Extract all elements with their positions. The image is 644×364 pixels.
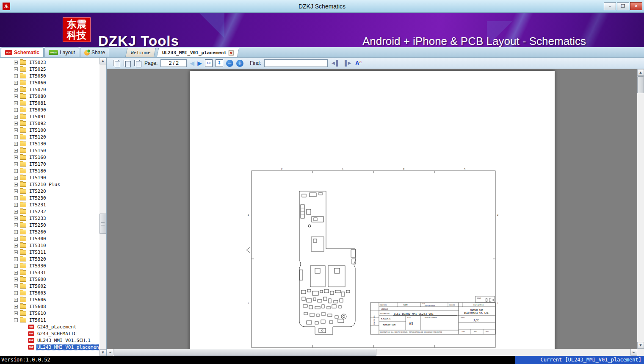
tree-item[interactable]: PDF G243_SCHEMATIC <box>0 330 99 337</box>
expand-icon[interactable]: + <box>14 94 18 98</box>
tree-item[interactable]: + PDF IT5250 <box>0 222 99 228</box>
fit-page-icon[interactable]: ↕ <box>216 59 223 67</box>
tab-share[interactable]: Share <box>80 47 109 57</box>
tree-item[interactable]: + PDF IT5331 <box>0 269 99 276</box>
tree-item[interactable]: + PDF IT5170 <box>0 161 99 167</box>
find-input[interactable] <box>264 59 328 67</box>
expand-icon[interactable]: + <box>14 108 18 112</box>
scroll-down-icon[interactable]: ▼ <box>100 349 106 356</box>
viewer-vertical-scrollbar[interactable]: ▲ ▼ <box>637 69 644 349</box>
tree-item[interactable]: + PDF IT5602 <box>0 283 99 289</box>
zoom-out-icon[interactable]: − <box>226 60 233 67</box>
tree-item[interactable]: + PDF IT5320 <box>0 256 99 262</box>
expand-icon[interactable]: + <box>14 203 18 207</box>
expand-icon[interactable]: + <box>14 217 18 220</box>
expand-icon[interactable]: + <box>14 311 18 315</box>
tree-item[interactable]: + PDF IT5311 <box>0 249 99 256</box>
previous-page-icon[interactable]: ◀ <box>190 59 194 67</box>
scroll-up-icon[interactable]: ▲ <box>100 58 106 64</box>
close-button[interactable]: ✕ <box>630 2 642 10</box>
tree-item[interactable]: PDF UL243_MMI_V01_placement <box>0 344 99 350</box>
expand-icon[interactable]: + <box>14 278 18 281</box>
expand-icon[interactable]: + <box>14 115 18 119</box>
tree-item[interactable]: + PDF IT5023 <box>0 59 99 66</box>
tree-item[interactable]: + PDF IT5080 <box>0 93 99 100</box>
pdf-viewer-canvas[interactable]: D C B A 2 1 2 1 <box>107 69 637 349</box>
expand-icon[interactable]: + <box>14 250 18 254</box>
find-next-icon[interactable]: ▐► <box>343 59 352 67</box>
expand-icon[interactable]: + <box>14 291 18 295</box>
tree-item[interactable]: + PDF IT5330 <box>0 262 99 269</box>
expand-icon[interactable]: + <box>14 183 18 186</box>
expand-icon[interactable]: + <box>14 210 18 214</box>
expand-icon[interactable]: + <box>14 142 18 146</box>
tree-item[interactable]: + PDF IT5180 <box>0 167 99 174</box>
scroll-left-icon[interactable]: ◄ <box>107 349 113 356</box>
minimize-button[interactable]: – <box>604 2 616 10</box>
expand-icon[interactable]: + <box>14 162 18 166</box>
doc-tab-welcome[interactable]: Welcome <box>125 48 156 57</box>
scroll-right-icon[interactable]: ► <box>630 349 637 356</box>
tab-layout[interactable]: PADS Layout <box>44 47 79 57</box>
expand-icon[interactable]: + <box>14 135 18 139</box>
tree-item[interactable]: + PDF IT5608 <box>0 303 99 310</box>
zoom-in-icon[interactable]: + <box>236 60 243 67</box>
expand-icon[interactable]: + <box>14 298 18 302</box>
scroll-up-icon[interactable]: ▲ <box>637 69 644 76</box>
expand-icon[interactable]: + <box>14 189 18 193</box>
expand-icon[interactable]: + <box>14 237 18 241</box>
multi-page-icon[interactable] <box>134 59 141 67</box>
tree-item[interactable]: + PDF IT5091 <box>0 113 99 120</box>
scroll-down-icon[interactable]: ▼ <box>637 342 644 349</box>
tree-item[interactable]: + PDF IT5081 <box>0 100 99 106</box>
tree-item[interactable]: + PDF IT5220 <box>0 188 99 195</box>
tree-item[interactable]: PDF G243_pLacement <box>0 323 99 330</box>
expand-icon[interactable]: + <box>14 67 18 71</box>
doc-tab-placement[interactable]: UL243_MMI_V01_placement x <box>157 48 240 57</box>
viewer-hscroll-thumb[interactable] <box>114 349 376 356</box>
tree-item[interactable]: + PDF IT5231 <box>0 201 99 208</box>
expand-icon[interactable]: + <box>14 128 18 132</box>
tree-item[interactable]: + PDF IT5150 <box>0 147 99 154</box>
expand-icon[interactable]: + <box>14 169 18 173</box>
expand-icon[interactable]: + <box>14 244 18 247</box>
viewer-vscroll-thumb[interactable] <box>637 76 644 93</box>
expand-icon[interactable]: + <box>14 149 18 153</box>
font-size-icon[interactable]: Aa <box>355 60 362 67</box>
tree-item[interactable]: + PDF IT5050 <box>0 72 99 79</box>
maximize-button[interactable]: ❐ <box>617 2 629 10</box>
tree-item[interactable]: + PDF IT5090 <box>0 106 99 113</box>
tree-item[interactable]: + PDF IT5092 <box>0 120 99 127</box>
tree-item[interactable]: + PDF IT5130 <box>0 140 99 147</box>
tree-item[interactable]: + PDF IT5100 <box>0 127 99 133</box>
next-page-icon[interactable]: ▶ <box>197 59 202 67</box>
fit-width-icon[interactable]: ↔ <box>205 59 213 67</box>
tree-item[interactable]: + PDF IT5060 <box>0 79 99 86</box>
expand-icon[interactable]: + <box>14 257 18 261</box>
tree-item[interactable]: + PDF IT5300 <box>0 235 99 242</box>
expand-icon[interactable]: + <box>14 196 18 200</box>
tree-item[interactable]: PDF UL243_MMI_V01.SCH.1 <box>0 337 99 344</box>
expand-icon[interactable]: + <box>14 88 18 92</box>
copy-page-icon[interactable] <box>113 59 120 67</box>
expand-icon[interactable]: + <box>14 74 18 78</box>
tree-item[interactable]: + PDF IT5260 <box>0 228 99 235</box>
tree-scrollbar-thumb[interactable] <box>100 214 106 234</box>
expand-icon[interactable]: + <box>14 305 18 308</box>
tree-item[interactable]: + PDF IT5610 <box>0 310 99 317</box>
expand-icon[interactable]: + <box>14 156 18 159</box>
tree-item[interactable]: + PDF IT5233 <box>0 215 99 222</box>
expand-icon[interactable]: + <box>14 101 18 105</box>
expand-icon[interactable]: + <box>14 122 18 125</box>
expand-icon[interactable]: + <box>14 223 18 227</box>
expand-icon[interactable]: + <box>14 271 18 275</box>
find-previous-icon[interactable]: ◄▌ <box>331 59 340 67</box>
page-number-input[interactable] <box>160 59 187 67</box>
expand-icon[interactable]: + <box>14 61 18 64</box>
expand-icon[interactable]: + <box>14 284 18 288</box>
tree-item[interactable]: + PDF IT5190 <box>0 174 99 181</box>
tree-item[interactable]: + PDF IT5600 <box>0 276 99 283</box>
tree-item[interactable]: + PDF IT5230 <box>0 195 99 201</box>
tree-item[interactable]: + PDF IT5310 <box>0 242 99 249</box>
snapshot-icon[interactable] <box>123 59 131 67</box>
